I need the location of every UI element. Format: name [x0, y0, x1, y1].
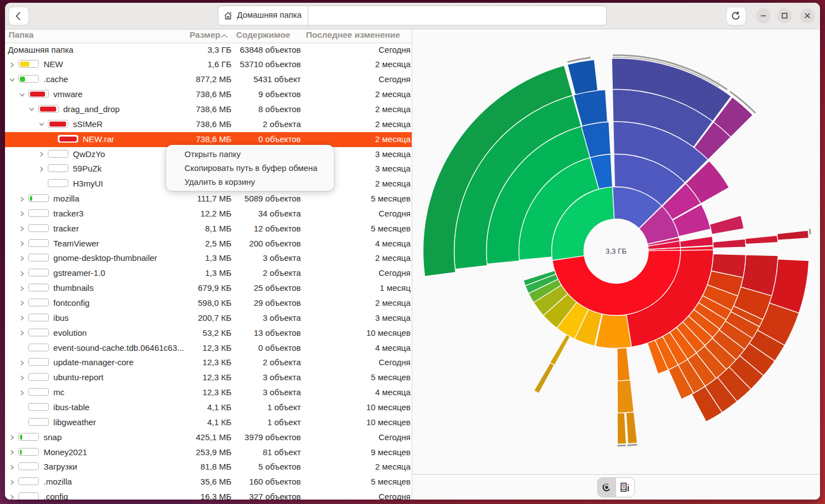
svg-text:3,3 ГБ: 3,3 ГБ	[606, 247, 627, 255]
